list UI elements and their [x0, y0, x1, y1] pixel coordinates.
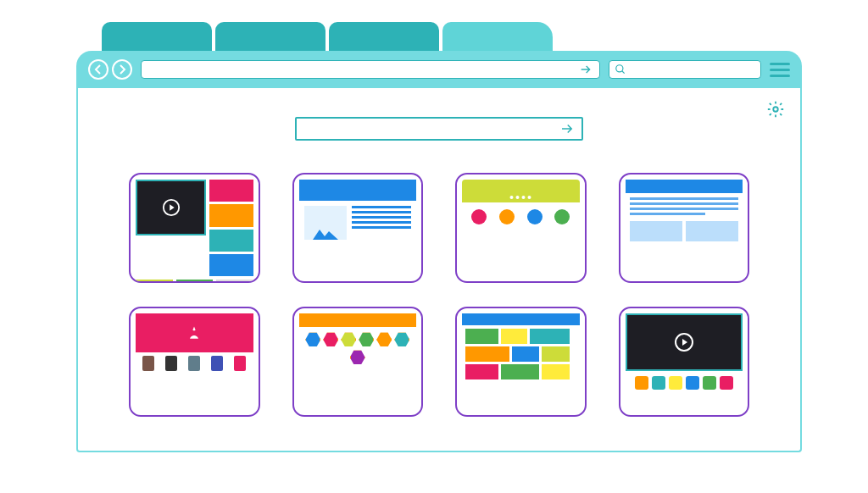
- play-icon: [136, 180, 206, 235]
- thumbnail-news[interactable]: [619, 173, 750, 283]
- menu-icon[interactable]: [770, 63, 790, 77]
- forward-icon[interactable]: [112, 59, 132, 80]
- back-icon[interactable]: [88, 59, 108, 80]
- browser-toolbar: [76, 51, 802, 88]
- content-panel: [76, 88, 802, 452]
- thumbnail-video-portal[interactable]: [129, 173, 260, 283]
- search-icon: [615, 64, 626, 75]
- svg-point-0: [89, 60, 108, 79]
- search-bar[interactable]: [609, 60, 761, 79]
- svg-point-2: [616, 65, 623, 72]
- page-search-input[interactable]: [295, 117, 583, 141]
- thumbnail-grid: [129, 173, 749, 417]
- go-icon[interactable]: [579, 63, 593, 76]
- tab-1[interactable]: [102, 22, 212, 53]
- thumbnail-masonry[interactable]: [455, 307, 587, 417]
- svg-point-1: [113, 60, 131, 79]
- thumbnail-hex-gallery[interactable]: [292, 307, 424, 417]
- address-bar[interactable]: [141, 60, 600, 79]
- play-icon: [626, 313, 743, 371]
- tab-3[interactable]: [329, 22, 439, 53]
- svg-point-3: [773, 107, 778, 112]
- tab-active[interactable]: [442, 22, 553, 53]
- thumbnail-features[interactable]: [455, 173, 587, 283]
- browser-tabs: [102, 22, 553, 53]
- thumbnail-ecommerce[interactable]: [129, 307, 260, 417]
- arrow-right-icon[interactable]: [559, 121, 575, 136]
- tab-2[interactable]: [215, 22, 326, 53]
- thumbnail-blog[interactable]: [292, 173, 424, 283]
- gear-icon[interactable]: [766, 100, 785, 119]
- thumbnail-video-player[interactable]: [619, 307, 750, 417]
